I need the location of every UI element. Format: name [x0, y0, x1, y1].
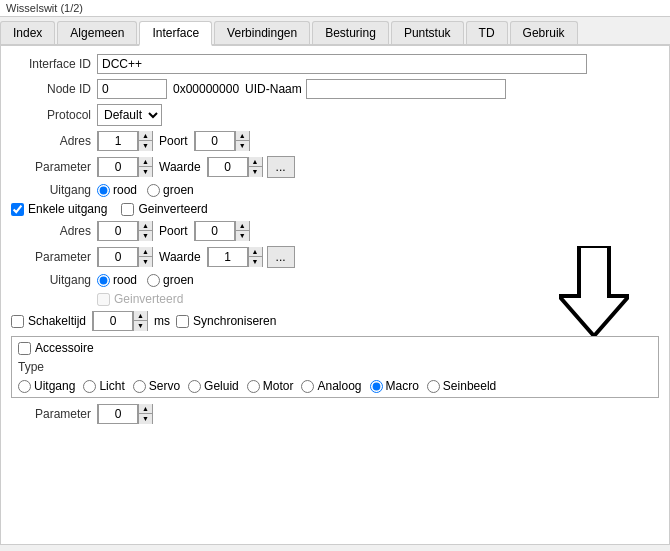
- dots-btn1[interactable]: ...: [267, 156, 295, 178]
- waarde1-down[interactable]: ▼: [248, 167, 262, 177]
- groen2-radio[interactable]: [147, 274, 160, 287]
- type-macro-radio[interactable]: [370, 380, 383, 393]
- param1-input[interactable]: [98, 157, 138, 177]
- type-macro: Macro: [370, 379, 419, 393]
- tab-interface[interactable]: Interface: [139, 21, 212, 46]
- waarde1-label: Waarde: [159, 160, 201, 174]
- tab-algemeen[interactable]: Algemeen: [57, 21, 137, 44]
- geinverteerd2-label: Geinverteerd: [114, 292, 183, 306]
- waarde2-label: Waarde: [159, 250, 201, 264]
- type-radio-group: Uitgang Licht Servo Geluid Motor Analoog: [18, 379, 652, 393]
- waarde2-down[interactable]: ▼: [248, 257, 262, 267]
- tab-bar: Index Algemeen Interface Verbindingen Be…: [0, 17, 670, 46]
- rood2-label: rood: [113, 273, 137, 287]
- type-licht: Licht: [83, 379, 124, 393]
- interface-id-input[interactable]: [97, 54, 587, 74]
- tab-besturing[interactable]: Besturing: [312, 21, 389, 44]
- type-servo: Servo: [133, 379, 180, 393]
- waarde1-spinner: ▲ ▼: [207, 157, 263, 177]
- poort1-down[interactable]: ▼: [235, 141, 249, 151]
- type-servo-radio[interactable]: [133, 380, 146, 393]
- geinverteerd1-label: Geinverteerd: [138, 202, 207, 216]
- groen1-radio[interactable]: [147, 184, 160, 197]
- type-uitgang-radio[interactable]: [18, 380, 31, 393]
- waarde1-spinner-btns: ▲ ▼: [248, 157, 262, 177]
- type-seinbeeld-radio[interactable]: [427, 380, 440, 393]
- uitgang1-row: Uitgang rood groen: [11, 183, 659, 197]
- adres1-input[interactable]: [98, 131, 138, 151]
- poort2-up[interactable]: ▲: [235, 221, 249, 231]
- waarde1-up[interactable]: ▲: [248, 157, 262, 167]
- poort1-input[interactable]: [195, 131, 235, 151]
- parameter2-label: Parameter: [11, 250, 91, 264]
- uitgang2-label: Uitgang: [11, 273, 91, 287]
- bottom-param-input[interactable]: [98, 404, 138, 424]
- type-label-row: Type: [18, 360, 652, 374]
- svg-marker-0: [559, 246, 629, 336]
- param1-down[interactable]: ▼: [138, 167, 152, 177]
- uid-naam-input[interactable]: [306, 79, 506, 99]
- param2-up[interactable]: ▲: [138, 247, 152, 257]
- protocol-select[interactable]: Default DCC MM: [97, 104, 162, 126]
- geinverteerd2-checkbox-item: Geinverteerd: [97, 292, 183, 306]
- tab-index[interactable]: Index: [0, 21, 55, 44]
- adres2-input[interactable]: [98, 221, 138, 241]
- node-id-input[interactable]: [97, 79, 167, 99]
- bottom-param-spinner-btns: ▲ ▼: [138, 404, 152, 424]
- param2-spinner-btns: ▲ ▼: [138, 247, 152, 267]
- param2-spinner: ▲ ▼: [97, 247, 153, 267]
- param2-input[interactable]: [98, 247, 138, 267]
- protocol-label: Protocol: [11, 108, 91, 122]
- uitgang2-radio-group: rood groen: [97, 273, 194, 287]
- rood1-radio[interactable]: [97, 184, 110, 197]
- adres1-up[interactable]: ▲: [138, 131, 152, 141]
- bottom-param-down[interactable]: ▼: [138, 414, 152, 424]
- rood2-radio[interactable]: [97, 274, 110, 287]
- schakeltijd-down[interactable]: ▼: [133, 321, 147, 331]
- type-analoog-radio[interactable]: [301, 380, 314, 393]
- type-uitgang-label: Uitgang: [34, 379, 75, 393]
- poort1-up[interactable]: ▲: [235, 131, 249, 141]
- bottom-param-up[interactable]: ▲: [138, 404, 152, 414]
- type-geluid: Geluid: [188, 379, 239, 393]
- adres1-label: Adres: [11, 134, 91, 148]
- accessoire-row: Accessoire: [18, 341, 652, 355]
- tab-td[interactable]: TD: [466, 21, 508, 44]
- accessoire-label: Accessoire: [35, 341, 94, 355]
- type-seinbeeld: Seinbeeld: [427, 379, 496, 393]
- geinverteerd2-checkbox[interactable]: [97, 293, 110, 306]
- type-uitgang: Uitgang: [18, 379, 75, 393]
- adres1-down[interactable]: ▼: [138, 141, 152, 151]
- param1-spinner-btns: ▲ ▼: [138, 157, 152, 177]
- schakeltijd-input[interactable]: [93, 311, 133, 331]
- tab-puntstuk[interactable]: Puntstuk: [391, 21, 464, 44]
- type-analoog: Analoog: [301, 379, 361, 393]
- synchroniseren-checkbox[interactable]: [176, 315, 189, 328]
- accessoire-checkbox[interactable]: [18, 342, 31, 355]
- uitgang1-label: Uitgang: [11, 183, 91, 197]
- type-geluid-radio[interactable]: [188, 380, 201, 393]
- schakeltijd-up[interactable]: ▲: [133, 311, 147, 321]
- dots-btn2[interactable]: ...: [267, 246, 295, 268]
- enkele-uitgang-checkbox[interactable]: [11, 203, 24, 216]
- waarde1-input[interactable]: [208, 157, 248, 177]
- schakeltijd-checkbox[interactable]: [11, 315, 24, 328]
- param2-down[interactable]: ▼: [138, 257, 152, 267]
- geinverteerd1-checkbox[interactable]: [121, 203, 134, 216]
- adres2-down[interactable]: ▼: [138, 231, 152, 241]
- poort2-spinner: ▲ ▼: [194, 221, 250, 241]
- type-motor: Motor: [247, 379, 294, 393]
- node-id-label: Node ID: [11, 82, 91, 96]
- waarde2-up[interactable]: ▲: [248, 247, 262, 257]
- tab-gebruik[interactable]: Gebruik: [510, 21, 578, 44]
- rood1-label: rood: [113, 183, 137, 197]
- tab-verbindingen[interactable]: Verbindingen: [214, 21, 310, 44]
- waarde2-input[interactable]: [208, 247, 248, 267]
- poort2-down[interactable]: ▼: [235, 231, 249, 241]
- type-motor-radio[interactable]: [247, 380, 260, 393]
- type-licht-radio[interactable]: [83, 380, 96, 393]
- adres2-up[interactable]: ▲: [138, 221, 152, 231]
- param1-up[interactable]: ▲: [138, 157, 152, 167]
- poort2-input[interactable]: [195, 221, 235, 241]
- schakeltijd-checkbox-item: Schakeltijd: [11, 314, 86, 328]
